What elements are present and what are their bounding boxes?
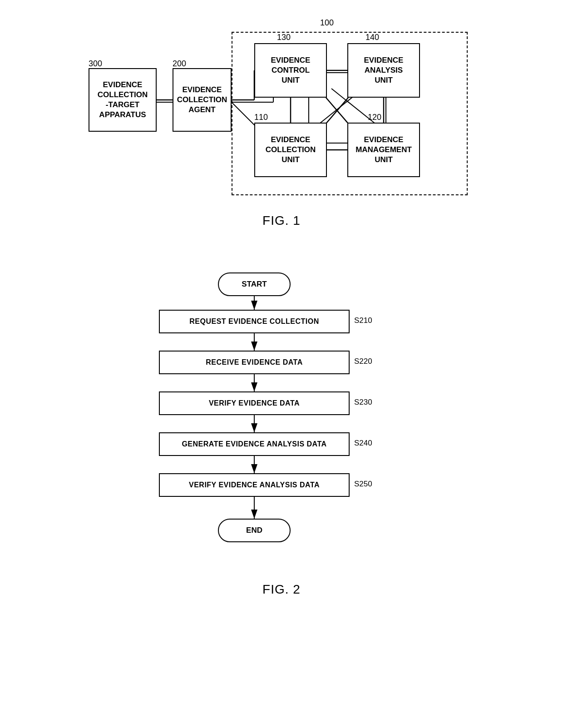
- step-s210-ref: S210: [354, 316, 372, 325]
- step-s230-box: VERIFY EVIDENCE DATA: [159, 391, 350, 415]
- step-s250-box: VERIFY EVIDENCE ANALYSIS DATA: [159, 473, 350, 497]
- step-s210-box: REQUEST EVIDENCE COLLECTION: [159, 310, 350, 333]
- ref-200: 200: [173, 59, 186, 69]
- evidence-collection-agent-box: EVIDENCECOLLECTIONAGENT: [173, 68, 232, 132]
- fig1-container: 100 300 EVIDENCECOLLECTION-TARGETAPPARAT…: [18, 14, 545, 242]
- step-s220-box: RECEIVE EVIDENCE DATA: [159, 351, 350, 374]
- ref-110: 110: [254, 113, 268, 122]
- fig2-diagram: START REQUEST EVIDENCE COLLECTION S210 R…: [123, 264, 440, 582]
- fig2-label: FIG. 2: [262, 582, 301, 597]
- evidence-collection-unit-box: EVIDENCECOLLECTIONUNIT: [254, 123, 327, 177]
- ref-300: 300: [89, 59, 102, 69]
- start-oval: START: [218, 272, 291, 296]
- fig1-diagram: 100 300 EVIDENCECOLLECTION-TARGETAPPARAT…: [77, 14, 486, 209]
- evidence-collection-target-box: EVIDENCECOLLECTION-TARGETAPPARATUS: [89, 68, 157, 132]
- fig1-label: FIG. 1: [262, 213, 301, 228]
- ref-130: 130: [277, 33, 291, 42]
- ref-140: 140: [365, 33, 379, 42]
- step-s220-ref: S220: [354, 357, 372, 366]
- step-s240-box: GENERATE EVIDENCE ANALYSIS DATA: [159, 432, 350, 456]
- evidence-control-unit-box: EVIDENCECONTROLUNIT: [254, 43, 327, 98]
- evidence-management-unit-box: EVIDENCEMANAGEMENTUNIT: [347, 123, 420, 177]
- step-s230-ref: S230: [354, 398, 372, 407]
- step-s250-ref: S250: [354, 480, 372, 489]
- step-s240-ref: S240: [354, 439, 372, 448]
- ref-120: 120: [368, 113, 381, 122]
- fig2-container: START REQUEST EVIDENCE COLLECTION S210 R…: [18, 264, 545, 610]
- evidence-analysis-unit-box: EVIDENCEANALYSISUNIT: [347, 43, 420, 98]
- end-oval: END: [218, 519, 291, 542]
- page: 100 300 EVIDENCECOLLECTION-TARGETAPPARAT…: [18, 14, 545, 610]
- ref-100: 100: [320, 18, 334, 28]
